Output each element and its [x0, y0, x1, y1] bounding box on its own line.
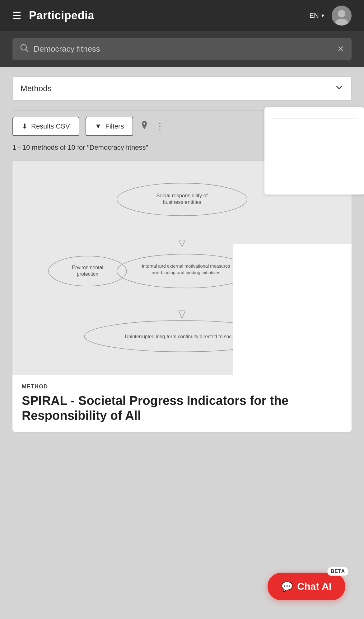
- svg-line-4: [26, 49, 28, 52]
- search-bar: ✕: [12, 38, 352, 60]
- overlay-card-inner: [264, 107, 364, 130]
- language-selector[interactable]: EN ▾: [309, 12, 324, 20]
- overlay-card: [264, 107, 364, 195]
- search-bar-container: ✕: [0, 31, 364, 67]
- chat-ai-label: Chat AI: [297, 581, 332, 592]
- method-info: METHOD SPIRAL - Societal Progress Indica…: [12, 375, 352, 432]
- category-label: Methods: [21, 84, 52, 93]
- filters-label: Filters: [105, 122, 124, 130]
- menu-icon[interactable]: ☰: [12, 11, 21, 21]
- svg-point-1: [338, 10, 345, 17]
- download-csv-button[interactable]: ⬇ Results CSV: [12, 117, 79, 136]
- svg-text:-non-binding and binding initi: -non-binding and binding initiatives: [150, 270, 220, 275]
- diagram-overlay: [233, 244, 352, 375]
- close-icon[interactable]: ✕: [337, 44, 344, 54]
- beta-badge: BETA: [327, 567, 348, 576]
- filters-button[interactable]: ▼ Filters: [86, 117, 133, 136]
- location-icon[interactable]: [139, 120, 149, 133]
- filter-icon: ▼: [95, 122, 102, 130]
- svg-text:protection: protection: [77, 271, 98, 277]
- toolbar: ⬇ Results CSV ▼ Filters ⋮: [12, 117, 352, 136]
- chevron-down-icon: ▾: [321, 12, 324, 19]
- main-content: Methods ⬇ Results CSV ▼ Filters ⋮: [0, 67, 364, 447]
- result-card[interactable]: Social responsibility of business entiti…: [12, 161, 352, 432]
- more-options-icon[interactable]: ⋮: [156, 121, 164, 132]
- header-right: EN ▾: [309, 6, 352, 26]
- svg-text:Uninterrupted long-term contin: Uninterrupted long-term continuity direc…: [125, 334, 239, 339]
- search-icon: [20, 44, 29, 54]
- svg-text:Social responsibility of: Social responsibility of: [156, 193, 208, 199]
- site-logo[interactable]: Participedia: [29, 9, 94, 22]
- svg-point-5: [143, 123, 145, 124]
- search-input[interactable]: [34, 44, 332, 54]
- chat-ai-container: BETA 💬 Chat AI: [268, 573, 345, 600]
- header: ☰ Participedia EN ▾: [0, 0, 364, 31]
- chevron-down-icon: [335, 83, 343, 94]
- avatar[interactable]: [332, 6, 352, 26]
- language-label: EN: [309, 12, 319, 20]
- csv-label: Results CSV: [31, 122, 70, 130]
- header-left: ☰ Participedia: [12, 9, 94, 22]
- svg-text:Environmental: Environmental: [72, 265, 103, 270]
- chat-icon: 💬: [281, 581, 293, 592]
- svg-text:business entities: business entities: [163, 199, 201, 205]
- download-icon: ⬇: [22, 122, 27, 130]
- method-type-label: METHOD: [12, 375, 352, 393]
- overlay-divider: [271, 119, 358, 119]
- method-title[interactable]: SPIRAL - Societal Progress Indicators fo…: [12, 393, 352, 432]
- chat-ai-button[interactable]: BETA 💬 Chat AI: [268, 573, 345, 600]
- category-dropdown[interactable]: Methods: [12, 76, 352, 101]
- svg-text:-internal and external motivat: -internal and external motivational meas…: [140, 264, 230, 269]
